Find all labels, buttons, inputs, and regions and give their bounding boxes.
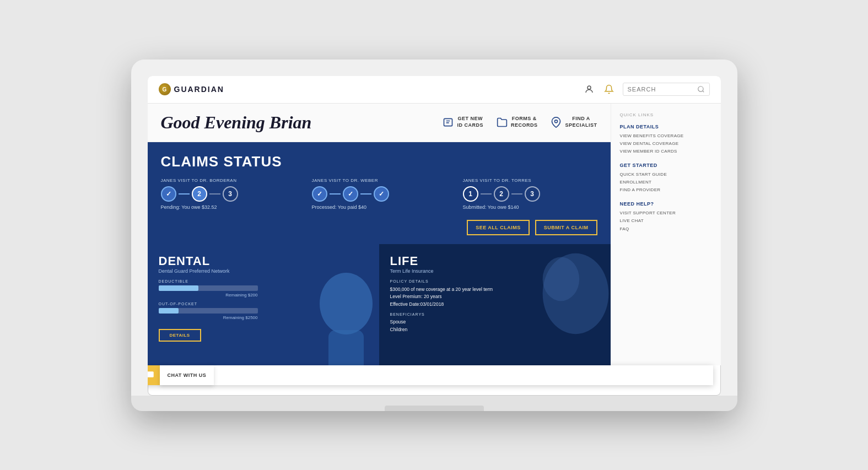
oop-progress-bar	[159, 308, 258, 314]
claim-item-torres: JANES VISIT TO DR. TORRES 1 2 3 Submitte…	[463, 178, 597, 210]
insurance-row: DENTAL Dental Guard Preferred Network DE…	[148, 244, 611, 365]
claim-steps-torres: 1 2 3	[463, 186, 597, 202]
id-cards-label: GET NEWID CARDS	[457, 116, 483, 128]
step-line-w2	[360, 193, 371, 195]
claim-item-weber: JANES VISIT TO DR. WEBER ✓ ✓ ✓ Processed…	[312, 178, 446, 210]
get-new-id-cards-button[interactable]: GET NEWID CARDS	[443, 116, 483, 128]
sidebar-link-support-center[interactable]: VISIT SUPPORT CENTER	[620, 209, 712, 217]
chat-label: CHAT WITH US	[160, 365, 214, 385]
oop-fill	[159, 308, 179, 314]
dental-subtitle: Dental Guard Preferred Network	[159, 268, 368, 274]
step-line-1	[179, 193, 190, 195]
step-2-borderan: 2	[192, 186, 207, 202]
sidebar-link-faq[interactable]: FAQ	[620, 225, 712, 233]
life-title: LIFE	[390, 254, 600, 268]
life-section: LIFE Term Life Insurance POLICY DETAILS …	[379, 244, 611, 365]
sidebar-link-enrollment[interactable]: ENROLLMENT	[620, 179, 712, 186]
step-line-w1	[330, 193, 341, 195]
claims-buttons: SEE ALL CLAIMS SUBMIT A CLAIM	[161, 218, 597, 235]
forms-records-button[interactable]: FORMS &RECORDS	[497, 116, 538, 128]
submit-claim-button[interactable]: SUBMIT A CLAIM	[535, 220, 597, 235]
chat-icon-box	[148, 365, 160, 385]
claim-item-borderan: JANES VISIT TO DR. BORDERAN ✓ 2 3 Pendin…	[161, 178, 295, 210]
search-box[interactable]	[623, 83, 710, 96]
step-3-borderan: 3	[223, 186, 238, 202]
beneficiary-children: Children	[390, 326, 600, 334]
step-2-torres: 2	[494, 186, 509, 202]
step-check-w3: ✓	[374, 186, 389, 202]
dental-details-button[interactable]: DETAILS	[159, 329, 201, 342]
oop-label: OUT-OF-POCKET	[159, 302, 368, 306]
find-specialist-label: FIND ASPECIALIST	[565, 116, 597, 128]
svg-point-0	[587, 86, 591, 89]
dental-title: DENTAL	[159, 254, 368, 268]
chat-widget[interactable]: CHAT WITH US	[148, 365, 713, 385]
user-icon[interactable]	[583, 83, 595, 95]
see-all-claims-button[interactable]: SEE ALL CLAIMS	[467, 220, 530, 235]
policy-coverage: $300,000 of new coverage at a 20 year le…	[390, 286, 600, 309]
notification-bell-icon[interactable]	[603, 83, 615, 95]
svg-point-1	[698, 87, 703, 91]
forms-records-label: FORMS &RECORDS	[511, 116, 538, 128]
sidebar-section-plan-details: PLAN DETAILS	[620, 124, 712, 129]
deductible-label: DEDUCTIBLE	[159, 279, 368, 283]
sidebar-link-quick-start[interactable]: QUICK START GUIDE	[620, 171, 712, 179]
coverage-text: $300,000 of new coverage at a 20 year le…	[390, 287, 493, 292]
sidebar-link-benefits-coverage[interactable]: VIEW BENEFITS COVERAGE	[620, 132, 712, 140]
content-area: Good Evening Brian GET NEWID CARDS	[148, 104, 611, 365]
logo-area: G GUARDIAN	[159, 83, 224, 95]
life-subtitle: Term Life Insurance	[390, 268, 600, 274]
main-layout: Good Evening Brian GET NEWID CARDS	[148, 104, 721, 365]
sidebar-link-member-id[interactable]: VIEW MEMBER ID CARDS	[620, 148, 712, 155]
claim-status-weber: Processed: You paid $40	[312, 204, 446, 210]
claim-label-weber: JANES VISIT TO DR. WEBER	[312, 178, 446, 183]
top-navigation: G GUARDIAN	[148, 76, 721, 104]
deductible-remaining: Remaining $200	[159, 293, 258, 298]
effective-text: Effective Date:03/01/2018	[390, 301, 444, 307]
beneficiary-spouse: Spouse	[390, 318, 600, 326]
claims-status-section: CLAIMS STATUS JANES VISIT TO DR. BORDERA…	[148, 142, 611, 244]
oop-remaining: Remaining $2500	[159, 315, 258, 320]
step-line-2	[209, 193, 220, 195]
brand-name: GUARDIAN	[174, 85, 224, 94]
premium-text: Level Premium: 20 years	[390, 294, 442, 299]
step-line-t1	[481, 193, 492, 195]
policy-details-label: POLICY DETAILS	[390, 279, 600, 283]
deductible-fill	[159, 285, 198, 291]
dental-section: DENTAL Dental Guard Preferred Network DE…	[148, 244, 379, 365]
claim-status-borderan: Pending: You owe $32.52	[161, 204, 295, 210]
sidebar-section-get-started: GET STARTED	[620, 163, 712, 168]
sidebar: QUICK LINKS PLAN DETAILS VIEW BENEFITS C…	[611, 104, 721, 365]
quick-links-title: QUICK LINKS	[620, 112, 712, 117]
claim-steps-weber: ✓ ✓ ✓	[312, 186, 446, 202]
claim-steps-borderan: ✓ 2 3	[161, 186, 295, 202]
claims-title: CLAIMS STATUS	[161, 153, 597, 170]
svg-point-5	[555, 120, 558, 123]
claim-status-torres: Submitted: You owe $140	[463, 204, 597, 210]
search-input[interactable]	[628, 86, 694, 93]
sidebar-section-need-help: NEED HELP?	[620, 201, 712, 207]
step-3-torres: 3	[525, 186, 540, 202]
step-check-w2: ✓	[343, 186, 358, 202]
step-1-torres: 1	[463, 186, 478, 202]
header-actions: GET NEWID CARDS FORMS &RECORDS	[443, 116, 597, 128]
nav-right-icons	[583, 83, 710, 96]
step-check-1: ✓	[161, 186, 176, 202]
sidebar-link-find-provider[interactable]: FIND A PROVIDER	[620, 186, 712, 194]
sidebar-link-live-chat[interactable]: LIVE CHAT	[620, 217, 712, 225]
header-bar: Good Evening Brian GET NEWID CARDS	[148, 104, 611, 142]
beneficiaries: Spouse Children	[390, 318, 600, 333]
claim-label-torres: JANES VISIT TO DR. TORRES	[463, 178, 597, 183]
guardian-logo-icon: G	[159, 83, 171, 95]
claim-label-borderan: JANES VISIT TO DR. BORDERAN	[161, 178, 295, 183]
deductible-progress-bar	[159, 285, 258, 291]
beneficiary-label: BENEFICIARYS	[390, 312, 600, 316]
step-line-t2	[511, 193, 522, 195]
claims-row: JANES VISIT TO DR. BORDERAN ✓ 2 3 Pendin…	[161, 178, 597, 210]
greeting-text: Good Evening Brian	[161, 112, 312, 133]
sidebar-link-dental-coverage[interactable]: VIEW DENTAL COVERAGE	[620, 140, 712, 148]
step-check-w1: ✓	[312, 186, 327, 202]
find-specialist-button[interactable]: FIND ASPECIALIST	[551, 116, 597, 128]
